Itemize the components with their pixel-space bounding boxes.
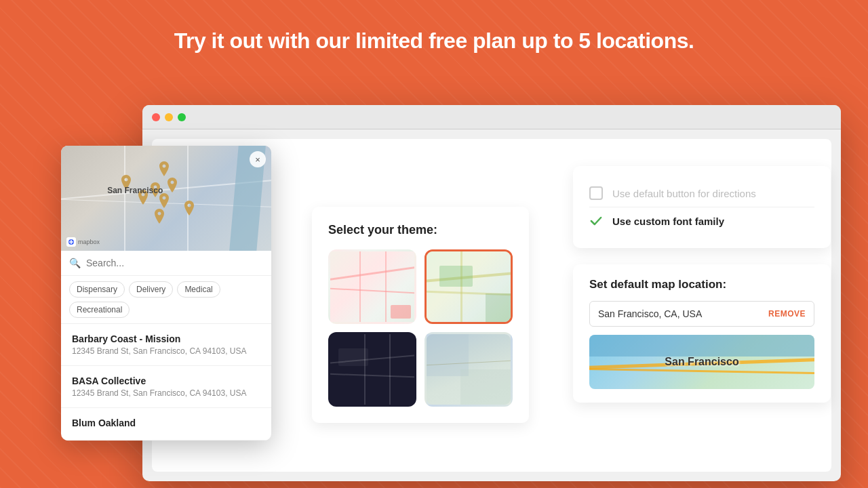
theme-option-satellite[interactable]	[425, 332, 513, 407]
filter-dispensary[interactable]: Dispensary	[69, 281, 125, 298]
location-name: Barbary Coast - Mission	[72, 333, 260, 344]
map-location-panel: Set default map location: San Francisco,…	[573, 264, 831, 403]
theme-title: Select your theme:	[328, 223, 513, 237]
location-address: 12345 Brand St, San Francisco, CA 94103,…	[72, 388, 260, 398]
map-area: San Francisco × mapbox	[61, 146, 271, 251]
location-name: Blum Oakland	[72, 418, 260, 428]
mapbox-logo-icon	[66, 237, 76, 247]
theme-panel: Select your theme:	[312, 207, 529, 423]
settings-row-default-button: Use default button for directions	[589, 180, 814, 207]
list-item[interactable]: Blum Oakland	[61, 408, 271, 441]
location-name: BASA Collective	[72, 375, 260, 386]
location-input-row: San Francisco, CA, USA REMOVE	[589, 301, 814, 327]
mapbox-label: mapbox	[78, 239, 100, 245]
list-item[interactable]: BASA Collective 12345 Brand St, San Fran…	[61, 366, 271, 408]
theme-option-dark[interactable]	[328, 332, 416, 407]
browser-toolbar	[142, 105, 841, 129]
filter-tags: Dispensary Delivery Medical Recreational	[61, 276, 271, 324]
settings-label-default-button: Use default button for directions	[612, 188, 756, 199]
map-preview: San Francisco	[589, 335, 814, 389]
filter-medical[interactable]: Medical	[177, 281, 220, 298]
location-value: San Francisco, CA, USA	[598, 308, 768, 319]
mapbox-logo: mapbox	[66, 237, 100, 247]
settings-panel: Use default button for directions Use cu…	[573, 166, 831, 248]
checkbox-custom-font[interactable]	[589, 214, 603, 228]
search-input[interactable]	[86, 258, 263, 268]
settings-label-custom-font: Use custom font family	[612, 216, 724, 227]
location-address: 12345 Brand St, San Francisco, CA 94103,…	[72, 346, 260, 356]
map-location-title: Set default map location:	[589, 278, 814, 291]
settings-row-custom-font: Use custom font family	[589, 207, 814, 235]
theme-option-street[interactable]	[425, 249, 513, 324]
hero-section: Try it out with our limited free plan up…	[0, 0, 868, 74]
map-pin[interactable]	[158, 193, 170, 208]
remove-location-button[interactable]: REMOVE	[768, 309, 806, 319]
traffic-light-yellow[interactable]	[165, 113, 173, 121]
filter-delivery[interactable]: Delivery	[129, 281, 173, 298]
filter-recreational[interactable]: Recreational	[69, 302, 130, 318]
city-label: San Francisco	[107, 186, 163, 195]
location-list: Barbary Coast - Mission 12345 Brand St, …	[61, 324, 271, 441]
checkbox-default-button[interactable]	[589, 186, 603, 200]
traffic-light-green[interactable]	[178, 113, 186, 121]
map-background: San Francisco	[61, 146, 271, 251]
store-locator-widget: San Francisco × mapbox 🔍 Dispensary Deli…	[61, 146, 271, 441]
map-pin[interactable]	[183, 201, 195, 216]
hero-heading: Try it out with our limited free plan up…	[0, 28, 868, 54]
close-button[interactable]: ×	[250, 151, 266, 167]
traffic-light-red[interactable]	[152, 113, 160, 121]
map-preview-label: San Francisco	[665, 356, 738, 368]
search-icon: 🔍	[69, 258, 81, 268]
theme-grid	[328, 249, 513, 407]
map-pin[interactable]	[153, 209, 165, 224]
map-pin[interactable]	[166, 178, 178, 192]
map-pin[interactable]	[158, 161, 170, 176]
list-item[interactable]: Barbary Coast - Mission 12345 Brand St, …	[61, 324, 271, 366]
theme-option-light[interactable]	[328, 249, 416, 324]
search-bar: 🔍	[61, 251, 271, 276]
